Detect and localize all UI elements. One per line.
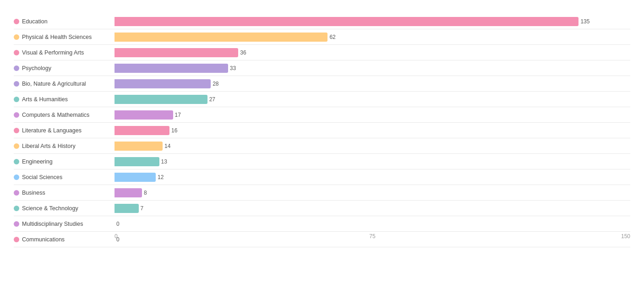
bar-track: 7	[115, 204, 630, 213]
bar-fill	[115, 204, 139, 213]
bar-dot	[14, 237, 19, 242]
bar-label-text: Liberal Arts & History	[22, 143, 76, 149]
bar-label: Psychology	[14, 65, 115, 71]
bar-dot	[14, 128, 19, 133]
bar-label: Liberal Arts & History	[14, 143, 115, 149]
bar-dot	[14, 221, 19, 227]
bar-row: Literature & Languages16	[14, 123, 630, 138]
bar-label: Literature & Languages	[14, 127, 115, 134]
bar-track: 17	[115, 110, 630, 120]
bar-dot	[14, 65, 19, 71]
bar-row: Computers & Mathematics17	[14, 107, 630, 123]
bar-value-label: 14	[164, 143, 170, 149]
bar-dot	[14, 190, 19, 196]
bar-fill	[115, 142, 163, 151]
bar-row: Business8	[14, 185, 630, 201]
bar-fill	[115, 173, 156, 182]
bar-value-label: 135	[580, 18, 589, 25]
bar-dot	[14, 112, 19, 118]
bar-dot	[14, 206, 19, 211]
bar-dot	[14, 97, 19, 102]
bar-track: 12	[115, 173, 630, 182]
bar-value-label: 27	[209, 96, 215, 103]
bar-value-label: 36	[240, 49, 246, 56]
bar-row: Communications0	[14, 232, 630, 247]
chart-area: Education135Physical & Health Sciences62…	[14, 14, 630, 243]
bar-label: Business	[14, 190, 115, 196]
bar-fill	[115, 188, 142, 197]
x-axis-tick: 150	[621, 233, 630, 240]
bar-label-text: Computers & Mathematics	[22, 112, 89, 118]
bar-track: 27	[115, 95, 630, 104]
bar-dot	[14, 174, 19, 180]
bar-label-text: Communications	[22, 236, 65, 243]
bar-label: Education	[14, 18, 115, 25]
bar-label-text: Arts & Humanities	[22, 96, 68, 103]
bar-label-text: Psychology	[22, 65, 51, 71]
bar-fill	[115, 79, 211, 88]
x-axis: 075150	[115, 229, 630, 233]
bar-label: Bio, Nature & Agricultural	[14, 81, 115, 87]
bar-label: Physical & Health Sciences	[14, 34, 115, 40]
bar-track: 13	[115, 157, 630, 166]
bar-track: 28	[115, 79, 630, 88]
bar-dot	[14, 50, 19, 55]
bars-section: Education135Physical & Health Sciences62…	[14, 14, 630, 229]
bar-fill	[115, 64, 228, 73]
bar-row: Social Sciences12	[14, 169, 630, 185]
chart-container: Education135Physical & Health Sciences62…	[0, 0, 644, 289]
bar-label: Computers & Mathematics	[14, 112, 115, 118]
bar-value-label: 62	[329, 34, 335, 40]
bar-dot	[14, 81, 19, 87]
bar-row: Bio, Nature & Agricultural28	[14, 76, 630, 92]
bar-row: Engineering13	[14, 154, 630, 169]
bar-row: Education135	[14, 14, 630, 29]
bar-label-text: Business	[22, 190, 45, 196]
bar-value-label: 16	[171, 127, 177, 134]
bar-label-text: Science & Technology	[22, 205, 78, 212]
x-axis-tick: 0	[115, 233, 118, 240]
bar-label: Visual & Performing Arts	[14, 49, 115, 56]
bar-label-text: Physical & Health Sciences	[22, 34, 92, 40]
bar-fill	[115, 110, 173, 120]
bar-row: Arts & Humanities27	[14, 92, 630, 107]
bar-value-label: 12	[158, 174, 164, 180]
bar-value-label: 17	[175, 112, 181, 118]
bar-value-label: 13	[161, 158, 167, 165]
bar-row: Science & Technology7	[14, 201, 630, 216]
bar-row: Physical & Health Sciences62	[14, 29, 630, 45]
x-axis-tick: 75	[369, 233, 375, 240]
bar-fill	[115, 95, 207, 104]
bar-label: Arts & Humanities	[14, 96, 115, 103]
bar-value-label: 28	[213, 81, 218, 87]
bar-value-label: 0	[116, 221, 120, 227]
bar-track: 0	[115, 219, 630, 229]
bar-value-label: 8	[144, 190, 147, 196]
bar-label-text: Visual & Performing Arts	[22, 49, 84, 56]
bar-track: 36	[115, 48, 630, 57]
bar-label-text: Bio, Nature & Agricultural	[22, 81, 86, 87]
bar-track: 8	[115, 188, 630, 197]
bar-label: Engineering	[14, 158, 115, 165]
bar-value-label: 7	[141, 205, 144, 212]
bar-fill	[115, 33, 327, 42]
bar-dot	[14, 159, 19, 164]
bar-fill	[115, 126, 169, 135]
bar-label-text: Education	[22, 18, 48, 25]
bar-label: Multidisciplinary Studies	[14, 221, 115, 227]
bar-dot	[14, 19, 19, 24]
bar-track: 33	[115, 64, 630, 73]
bar-row: Psychology33	[14, 60, 630, 76]
bar-label-text: Multidisciplinary Studies	[22, 221, 83, 227]
bar-fill	[115, 48, 238, 57]
bar-label-text: Literature & Languages	[22, 127, 82, 134]
bar-track: 16	[115, 126, 630, 135]
bar-track: 135	[115, 17, 630, 26]
bar-dot	[14, 143, 19, 149]
bar-label: Communications	[14, 236, 115, 243]
bar-fill	[115, 157, 159, 166]
bar-track: 14	[115, 142, 630, 151]
bar-label: Science & Technology	[14, 205, 115, 212]
bar-row: Liberal Arts & History14	[14, 138, 630, 154]
bar-label: Social Sciences	[14, 174, 115, 180]
